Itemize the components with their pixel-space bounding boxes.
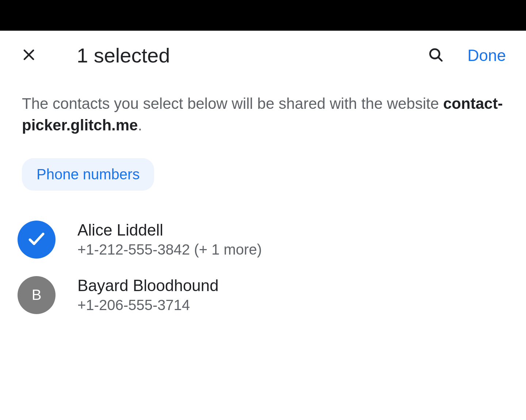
- search-icon: [428, 47, 444, 64]
- contact-name: Bayard Bloodhound: [77, 276, 219, 295]
- contact-name: Alice Liddell: [77, 221, 262, 239]
- status-bar: [0, 0, 526, 31]
- contact-row[interactable]: Alice Liddell +1-212-555-3842 (+ 1 more): [18, 212, 504, 267]
- contact-info: Bayard Bloodhound +1-206-555-3714: [77, 276, 219, 313]
- done-button[interactable]: Done: [468, 46, 506, 65]
- filter-chip-row: Phone numbers: [0, 136, 526, 191]
- contact-avatar-selected: [18, 221, 56, 259]
- contact-initial: B: [32, 287, 42, 303]
- description-suffix: .: [138, 117, 142, 134]
- contact-phone: +1-206-555-3714: [77, 297, 219, 313]
- svg-line-3: [438, 57, 442, 61]
- contact-info: Alice Liddell +1-212-555-3842 (+ 1 more): [77, 221, 262, 258]
- header-title: 1 selected: [77, 43, 425, 67]
- search-button[interactable]: [425, 45, 446, 66]
- contact-phone: +1-212-555-3842 (+ 1 more): [77, 241, 262, 258]
- contact-row[interactable]: B Bayard Bloodhound +1-206-555-3714: [18, 267, 504, 323]
- header: 1 selected Done: [0, 31, 526, 80]
- filter-chip-phone-numbers[interactable]: Phone numbers: [22, 158, 154, 191]
- share-description: The contacts you select below will be sh…: [0, 80, 526, 136]
- contact-avatar-unselected: B: [18, 276, 56, 314]
- checkmark-icon: [27, 229, 46, 250]
- close-button[interactable]: [18, 45, 39, 66]
- contacts-list: Alice Liddell +1-212-555-3842 (+ 1 more)…: [0, 191, 526, 323]
- close-icon: [21, 47, 37, 64]
- description-prefix: The contacts you select below will be sh…: [22, 95, 443, 112]
